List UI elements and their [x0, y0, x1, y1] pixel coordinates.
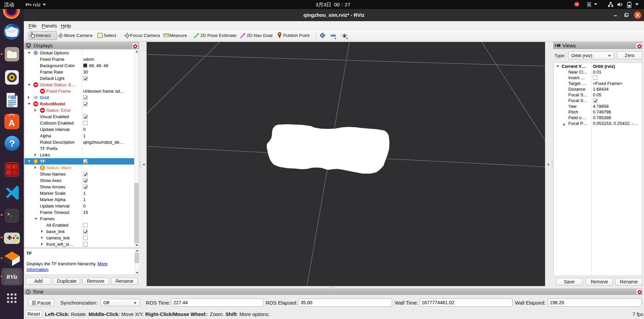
svg-text:?: ? — [9, 139, 15, 149]
svg-text:A: A — [9, 118, 15, 128]
svg-text:>_: >_ — [7, 212, 12, 217]
svg-text:RViz: RViz — [6, 274, 17, 280]
svg-text:>: > — [7, 165, 9, 168]
svg-text:>: > — [7, 171, 9, 174]
svg-text:>: > — [13, 165, 14, 168]
svg-text:RViz: RViz — [25, 3, 32, 6]
